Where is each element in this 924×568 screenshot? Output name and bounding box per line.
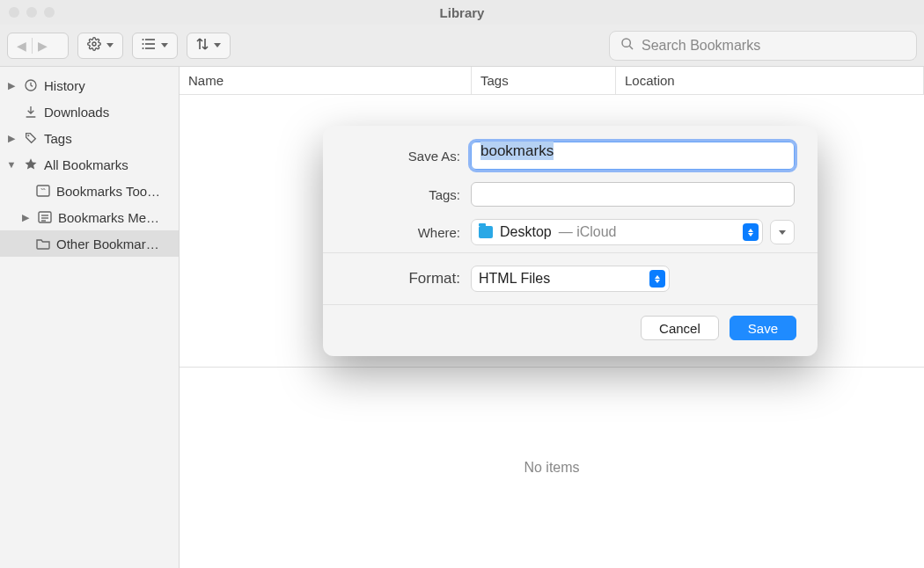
organize-menu-button[interactable] bbox=[77, 33, 123, 59]
disclosure-right-icon[interactable]: ▶ bbox=[5, 133, 18, 144]
search-input[interactable]: Search Bookmarks bbox=[609, 31, 917, 61]
tags-label: Tags: bbox=[346, 187, 460, 202]
save-dialog: Save As: bookmarks Tags: Where: Desktop … bbox=[323, 126, 818, 356]
column-header-name[interactable]: Name bbox=[180, 67, 472, 94]
format-label: Format: bbox=[346, 270, 460, 288]
svg-rect-11 bbox=[37, 186, 49, 196]
sidebar-item-all-bookmarks[interactable]: ▼ All Bookmarks bbox=[0, 151, 179, 178]
where-folder: Desktop bbox=[500, 224, 552, 240]
back-forward-button[interactable]: ◀ ▶ bbox=[7, 33, 69, 59]
select-stepper-icon bbox=[743, 223, 759, 241]
disclosure-right-icon[interactable]: ▶ bbox=[19, 212, 32, 223]
sidebar-item-other-bookmarks[interactable]: Other Bookmar… bbox=[0, 230, 179, 257]
bookmark-menu-icon bbox=[37, 209, 53, 225]
chevron-right-icon: ▶ bbox=[38, 39, 48, 53]
disclosure-down-icon[interactable]: ▼ bbox=[5, 159, 18, 170]
sidebar-item-bookmarks-toolbar[interactable]: Bookmarks Too… bbox=[0, 178, 179, 204]
star-filled-icon bbox=[23, 157, 39, 172]
chevron-down-icon bbox=[161, 43, 168, 47]
svg-point-5 bbox=[143, 43, 144, 45]
toolbar: ◀ ▶ Search Bookmarks bbox=[0, 25, 924, 67]
sidebar-item-label: Bookmarks Me… bbox=[58, 210, 159, 225]
svg-point-6 bbox=[143, 47, 144, 49]
save-as-input[interactable]: bookmarks bbox=[471, 142, 795, 170]
sidebar-item-downloads[interactable]: Downloads bbox=[0, 98, 179, 125]
format-select[interactable]: HTML Files bbox=[471, 266, 670, 292]
svg-point-0 bbox=[92, 42, 96, 46]
column-headers: Name Tags Location bbox=[180, 67, 924, 95]
chevron-left-icon: ◀ bbox=[17, 39, 26, 53]
list-icon bbox=[142, 38, 156, 53]
sidebar-item-label: All Bookmarks bbox=[44, 157, 128, 172]
sidebar-item-tags[interactable]: ▶ Tags bbox=[0, 125, 179, 151]
search-placeholder: Search Bookmarks bbox=[642, 38, 760, 54]
tags-input[interactable] bbox=[471, 182, 795, 207]
svg-line-8 bbox=[629, 46, 633, 49]
bookmark-toolbar-icon bbox=[35, 183, 51, 199]
sidebar-item-label: History bbox=[44, 78, 85, 93]
column-header-tags[interactable]: Tags bbox=[472, 67, 616, 94]
save-as-value: bookmarks bbox=[480, 142, 554, 160]
clock-icon bbox=[23, 77, 39, 93]
download-icon bbox=[23, 104, 39, 120]
svg-point-10 bbox=[27, 135, 29, 136]
column-header-location[interactable]: Location bbox=[616, 67, 924, 94]
cancel-button[interactable]: Cancel bbox=[641, 316, 719, 340]
svg-point-7 bbox=[622, 39, 630, 47]
disclosure-right-icon[interactable]: ▶ bbox=[5, 80, 18, 91]
save-button[interactable]: Save bbox=[730, 316, 796, 340]
tag-icon bbox=[23, 130, 39, 146]
search-icon bbox=[620, 37, 634, 55]
empty-message: No items bbox=[524, 460, 579, 476]
sidebar-item-label: Other Bookmar… bbox=[56, 237, 159, 251]
save-as-label: Save As: bbox=[346, 149, 460, 164]
sidebar-item-bookmarks-menu[interactable]: ▶ Bookmarks Me… bbox=[0, 204, 179, 230]
expand-browse-button[interactable] bbox=[770, 220, 795, 244]
detail-pane: No items bbox=[180, 368, 924, 568]
save-label: Save bbox=[748, 321, 778, 336]
sidebar: ▶ History Downloads ▶ Tags ▼ All bbox=[0, 67, 180, 568]
import-export-menu-button[interactable] bbox=[187, 33, 231, 59]
select-stepper-icon bbox=[649, 270, 665, 288]
sidebar-item-label: Bookmarks Too… bbox=[56, 184, 160, 199]
titlebar: Library bbox=[0, 0, 924, 25]
chevron-down-icon bbox=[214, 43, 221, 47]
sidebar-item-history[interactable]: ▶ History bbox=[0, 72, 179, 98]
folder-icon bbox=[479, 226, 493, 238]
where-label: Where: bbox=[346, 225, 460, 240]
gear-icon bbox=[87, 37, 101, 54]
sort-icon bbox=[196, 37, 209, 54]
sidebar-item-label: Tags bbox=[44, 131, 72, 146]
where-select[interactable]: Desktop — iCloud bbox=[471, 219, 763, 245]
cancel-label: Cancel bbox=[659, 321, 700, 336]
chevron-down-icon bbox=[106, 43, 114, 47]
views-menu-button[interactable] bbox=[132, 33, 178, 59]
format-value: HTML Files bbox=[479, 271, 550, 287]
folder-icon bbox=[35, 236, 51, 251]
sidebar-item-label: Downloads bbox=[44, 105, 109, 120]
svg-point-4 bbox=[143, 39, 144, 40]
chevron-down-icon bbox=[779, 230, 786, 235]
where-suffix: — iCloud bbox=[559, 224, 617, 240]
window-title: Library bbox=[0, 5, 924, 20]
